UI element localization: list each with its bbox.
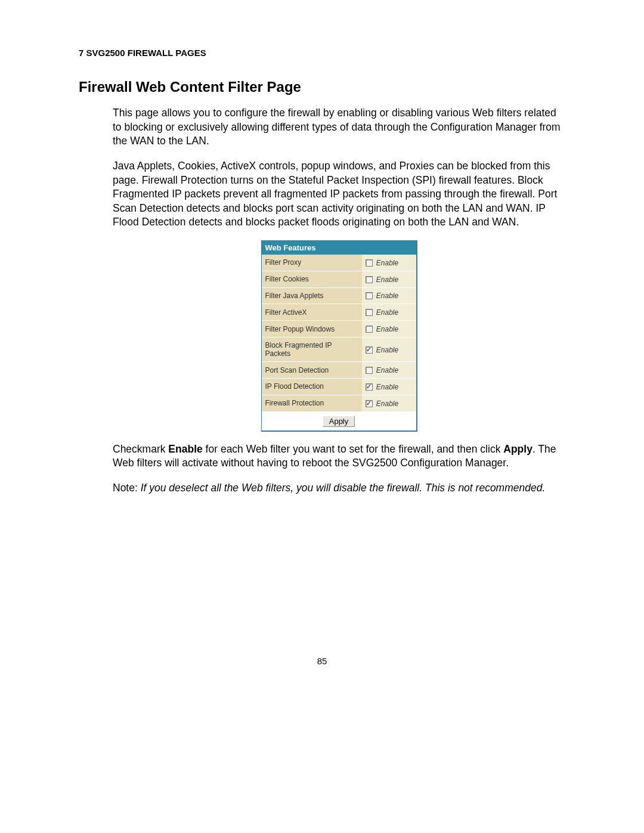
row-control: Enable bbox=[362, 304, 416, 321]
intro-paragraph-1: This page allows you to configure the fi… bbox=[113, 106, 565, 148]
enable-label: Enable bbox=[376, 400, 398, 408]
enable-checkbox[interactable] bbox=[366, 292, 373, 299]
row-ip-flood-detection: IP Flood Detection Enable bbox=[262, 378, 416, 395]
row-filter-popup-windows: Filter Popup Windows Enable bbox=[262, 321, 416, 337]
enable-label: Enable bbox=[376, 275, 398, 284]
bold-apply: Apply bbox=[503, 443, 532, 455]
enable-checkbox[interactable] bbox=[366, 276, 373, 283]
web-features-panel: Web Features Filter Proxy Enable Filter … bbox=[261, 240, 417, 432]
intro-paragraph-2: Java Applets, Cookies, ActiveX controls,… bbox=[113, 159, 565, 230]
note-paragraph: Note: If you deselect all the Web filter… bbox=[113, 481, 565, 496]
row-label: Firewall Protection bbox=[262, 395, 362, 411]
enable-label: Enable bbox=[376, 308, 398, 317]
row-label: Filter Proxy bbox=[262, 255, 362, 271]
row-label: IP Flood Detection bbox=[262, 378, 362, 395]
text-fragment: for each Web filter you want to set for … bbox=[203, 443, 504, 455]
row-block-fragmented-ip: Block Fragmented IP Packets Enable bbox=[262, 337, 416, 362]
enable-checkbox[interactable] bbox=[366, 309, 373, 316]
apply-row: Apply bbox=[262, 411, 416, 431]
enable-label: Enable bbox=[376, 346, 398, 354]
apply-button[interactable]: Apply bbox=[323, 416, 355, 427]
enable-label: Enable bbox=[376, 383, 398, 391]
page-number: 85 bbox=[0, 656, 644, 666]
page-title: Firewall Web Content Filter Page bbox=[79, 79, 565, 95]
row-label: Filter Cookies bbox=[262, 271, 362, 287]
bold-enable: Enable bbox=[168, 443, 202, 455]
row-filter-java-applets: Filter Java Applets Enable bbox=[262, 287, 416, 304]
row-control: Enable bbox=[362, 271, 416, 287]
enable-checkbox[interactable] bbox=[366, 367, 373, 374]
row-label: Block Fragmented IP Packets bbox=[262, 337, 362, 362]
row-control: Enable bbox=[362, 321, 416, 337]
enable-label: Enable bbox=[376, 325, 398, 333]
enable-checkbox[interactable] bbox=[366, 383, 373, 391]
section-header: 7 SVG2500 FIREWALL PAGES bbox=[79, 48, 565, 58]
enable-checkbox[interactable] bbox=[366, 259, 373, 267]
enable-label: Enable bbox=[376, 259, 398, 267]
row-label: Filter Popup Windows bbox=[262, 321, 362, 337]
document-page: 7 SVG2500 FIREWALL PAGES Firewall Web Co… bbox=[0, 0, 644, 496]
row-filter-proxy: Filter Proxy Enable bbox=[262, 255, 416, 271]
row-label: Filter ActiveX bbox=[262, 304, 362, 321]
body-column: This page allows you to configure the fi… bbox=[79, 106, 565, 496]
text-fragment: Checkmark bbox=[113, 443, 168, 455]
row-control: Enable bbox=[362, 362, 416, 379]
row-control: Enable bbox=[362, 395, 416, 411]
row-label: Port Scan Detection bbox=[262, 362, 362, 379]
row-control: Enable bbox=[362, 378, 416, 395]
web-features-panel-wrap: Web Features Filter Proxy Enable Filter … bbox=[113, 240, 565, 432]
note-label: Note: bbox=[113, 482, 141, 494]
row-control: Enable bbox=[362, 337, 416, 362]
enable-checkbox[interactable] bbox=[366, 346, 373, 354]
instruction-paragraph: Checkmark Enable for each Web filter you… bbox=[113, 442, 565, 470]
row-filter-activex: Filter ActiveX Enable bbox=[262, 304, 416, 321]
enable-checkbox[interactable] bbox=[366, 400, 373, 407]
enable-checkbox[interactable] bbox=[366, 326, 373, 333]
enable-label: Enable bbox=[376, 292, 398, 300]
row-firewall-protection: Firewall Protection Enable bbox=[262, 395, 416, 411]
row-port-scan-detection: Port Scan Detection Enable bbox=[262, 362, 416, 379]
row-control: Enable bbox=[362, 255, 416, 271]
row-label: Filter Java Applets bbox=[262, 287, 362, 304]
row-control: Enable bbox=[362, 287, 416, 304]
panel-header: Web Features bbox=[262, 241, 416, 255]
note-text: If you deselect all the Web filters, you… bbox=[141, 482, 546, 494]
web-features-table: Filter Proxy Enable Filter Cookies Enabl… bbox=[262, 255, 416, 431]
enable-label: Enable bbox=[376, 366, 398, 374]
row-filter-cookies: Filter Cookies Enable bbox=[262, 271, 416, 287]
